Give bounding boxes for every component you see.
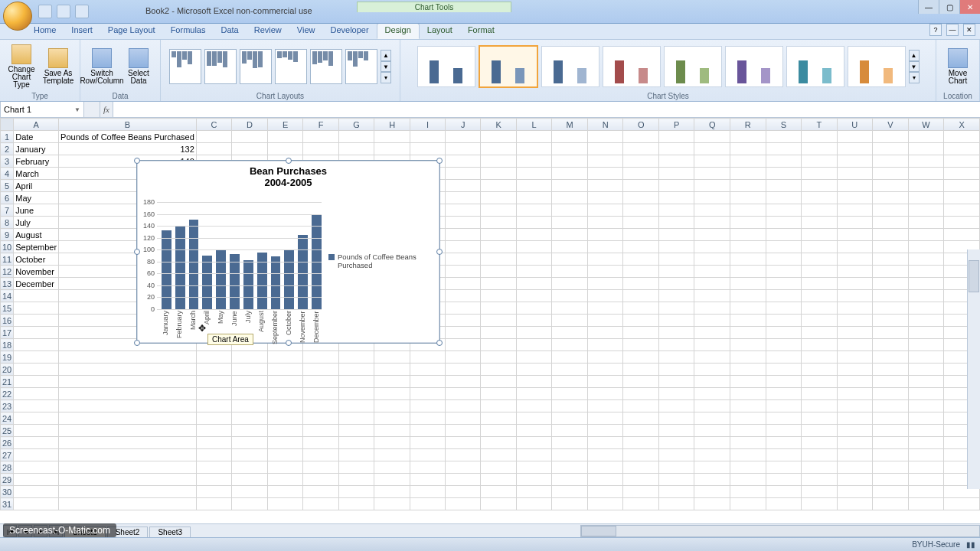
cell[interactable]: April [14, 180, 59, 192]
cell[interactable] [481, 412, 516, 425]
cell[interactable] [267, 425, 302, 437]
cell[interactable] [446, 204, 481, 217]
cell[interactable] [481, 168, 516, 180]
cell[interactable] [623, 143, 659, 155]
cell[interactable] [837, 290, 873, 302]
cell[interactable] [802, 388, 837, 400]
cell[interactable] [516, 302, 551, 315]
cell[interactable] [338, 474, 374, 486]
cell[interactable] [908, 229, 944, 241]
cell[interactable] [516, 474, 551, 486]
cell[interactable] [446, 474, 481, 486]
cell[interactable] [837, 412, 873, 425]
cell[interactable] [481, 449, 516, 461]
cell[interactable] [516, 192, 551, 204]
cell[interactable] [658, 192, 694, 204]
row-header[interactable]: 5 [1, 180, 14, 192]
cell[interactable] [658, 168, 694, 180]
cell[interactable] [481, 290, 516, 302]
cell[interactable] [873, 425, 908, 437]
cell[interactable] [908, 425, 944, 437]
cell[interactable] [623, 388, 659, 400]
cell[interactable] [766, 315, 801, 327]
cell[interactable] [481, 437, 516, 449]
cell[interactable] [374, 425, 410, 437]
cell[interactable] [481, 498, 516, 510]
cell[interactable] [908, 498, 944, 510]
cell[interactable] [802, 143, 837, 155]
tab-page-layout[interactable]: Page Layout [100, 24, 163, 39]
cell[interactable] [410, 437, 445, 449]
cell[interactable] [730, 266, 766, 278]
cell[interactable] [481, 204, 516, 217]
cell[interactable] [873, 192, 908, 204]
plot-area[interactable]: 020406080100120140160180 [157, 202, 322, 309]
cell[interactable] [908, 449, 944, 461]
switch-row-column-button[interactable]: Switch Row/Column [85, 48, 119, 85]
cell[interactable] [623, 253, 659, 266]
resize-handle[interactable] [436, 340, 443, 346]
cell[interactable] [14, 302, 59, 315]
cell[interactable] [837, 461, 873, 474]
cell[interactable] [303, 364, 338, 376]
cell[interactable] [59, 498, 197, 510]
cell[interactable] [766, 278, 801, 290]
cell[interactable] [516, 425, 551, 437]
cell[interactable] [873, 180, 908, 192]
cell[interactable] [658, 278, 694, 290]
cell[interactable] [694, 217, 730, 229]
cell[interactable] [658, 290, 694, 302]
row-header[interactable]: 27 [1, 449, 14, 461]
cell[interactable] [766, 253, 801, 266]
cell[interactable] [766, 498, 801, 510]
chart-layout-thumb[interactable] [275, 49, 307, 84]
cell[interactable] [908, 461, 944, 474]
cell[interactable] [196, 498, 232, 510]
cell[interactable] [59, 400, 197, 412]
cell[interactable] [481, 278, 516, 290]
cell[interactable] [837, 315, 873, 327]
cell[interactable] [908, 302, 944, 315]
tab-developer[interactable]: Developer [322, 24, 376, 39]
cell[interactable] [14, 364, 59, 376]
row-header[interactable]: 12 [1, 266, 14, 278]
cell[interactable] [446, 131, 481, 143]
cell[interactable] [730, 400, 766, 412]
cell[interactable] [766, 461, 801, 474]
cell[interactable] [837, 143, 873, 155]
cell[interactable] [267, 400, 302, 412]
cell[interactable] [944, 168, 980, 180]
help-doc-button[interactable]: ? [929, 24, 942, 36]
cell[interactable] [481, 327, 516, 339]
cell[interactable] [552, 498, 588, 510]
cell[interactable] [730, 412, 766, 425]
column-header[interactable]: A [14, 119, 59, 131]
column-header[interactable]: H [374, 119, 410, 131]
cell[interactable] [516, 339, 551, 351]
cell[interactable] [14, 351, 59, 364]
cell[interactable] [694, 327, 730, 339]
cell[interactable] [658, 412, 694, 425]
cell[interactable] [516, 486, 551, 498]
cell[interactable] [658, 388, 694, 400]
cell[interactable] [873, 168, 908, 180]
select-all-corner[interactable] [1, 119, 14, 131]
cell[interactable] [658, 217, 694, 229]
cell[interactable] [446, 376, 481, 388]
cell[interactable] [908, 376, 944, 388]
cell[interactable] [552, 461, 588, 474]
cell[interactable] [516, 168, 551, 180]
column-header[interactable]: E [267, 119, 302, 131]
cell[interactable] [766, 192, 801, 204]
cell[interactable] [873, 302, 908, 315]
cell[interactable] [446, 180, 481, 192]
cell[interactable] [694, 253, 730, 266]
cell[interactable] [587, 425, 623, 437]
cell[interactable] [766, 168, 801, 180]
cell[interactable] [446, 155, 481, 168]
cell[interactable] [944, 143, 980, 155]
cell[interactable] [730, 143, 766, 155]
cell[interactable] [694, 204, 730, 217]
cell[interactable] [446, 486, 481, 498]
cell[interactable] [587, 155, 623, 168]
